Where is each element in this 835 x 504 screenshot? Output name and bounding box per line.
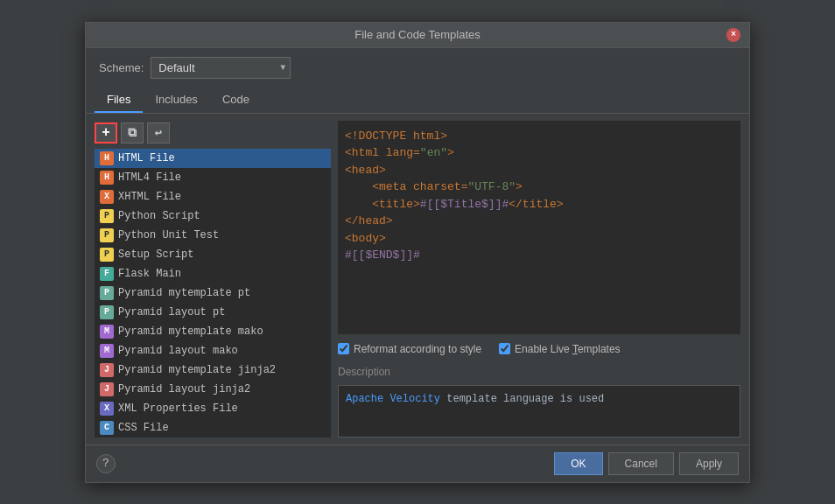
- pyramid-layout-jinja2-icon: J: [100, 382, 114, 396]
- add-template-button[interactable]: +: [95, 122, 117, 144]
- list-item[interactable]: M Pyramid mytemplate mako: [95, 322, 331, 341]
- flask-main-icon: F: [100, 267, 114, 281]
- live-templates-label: Enable Live Templates: [515, 343, 621, 355]
- list-item-label: Pyramid mytemplate pt: [118, 287, 250, 299]
- list-item[interactable]: J Pyramid mytemplate jinja2: [95, 360, 331, 380]
- pyramid-layout-pt-icon: P: [100, 305, 114, 319]
- tabs-row: Files Includes Code: [86, 88, 749, 114]
- undo-button[interactable]: ↩: [147, 122, 170, 144]
- file-code-templates-dialog: File and Code Templates × Scheme: Defaul…: [85, 22, 750, 483]
- content-area: + ⧉ ↩ H HTML File H HTML4 File X XHTML F…: [86, 114, 749, 444]
- cancel-button[interactable]: Cancel: [608, 452, 674, 475]
- description-highlight: Apache Velocity: [346, 393, 440, 405]
- html-file-icon: H: [100, 151, 114, 165]
- python-script-icon: P: [100, 209, 114, 223]
- scheme-dropdown-wrapper: Default Project ▼: [151, 57, 291, 79]
- list-item[interactable]: P Setup Script: [95, 245, 331, 264]
- apply-button[interactable]: Apply: [679, 452, 739, 475]
- tab-includes[interactable]: Includes: [143, 88, 209, 113]
- list-item-label: Pyramid mytemplate mako: [118, 326, 263, 338]
- xml-properties-icon: X: [100, 402, 114, 416]
- button-group: OK Cancel Apply: [554, 452, 739, 475]
- toolbar: + ⧉ ↩: [95, 121, 331, 145]
- list-item[interactable]: C CSS File: [95, 418, 331, 438]
- live-templates-checkbox[interactable]: [499, 343, 510, 354]
- options-row: Reformat according to style Enable Live …: [338, 340, 740, 359]
- list-item-label: XML Properties File: [118, 402, 238, 415]
- title-bar: File and Code Templates ×: [86, 23, 749, 48]
- list-item[interactable]: P Pyramid layout pt: [95, 303, 331, 322]
- list-item-label: CSS File: [118, 422, 169, 434]
- list-item[interactable]: H HTML File: [95, 149, 331, 168]
- pyramid-mako-icon: M: [100, 325, 114, 339]
- list-item[interactable]: X XHTML File: [95, 187, 331, 206]
- list-item[interactable]: P Python Unit Test: [95, 226, 331, 245]
- code-editor[interactable]: <!DOCTYPE html> <html lang="en"> <head> …: [338, 121, 740, 334]
- list-item-label: Pyramid layout mako: [118, 345, 238, 357]
- list-item-label: Pyramid layout jinja2: [118, 383, 250, 396]
- code-line: <html lang="en">: [345, 144, 733, 162]
- css-file-icon: C: [100, 421, 114, 435]
- pyramid-pt-icon: P: [100, 286, 114, 300]
- description-text: template language is used: [440, 393, 604, 405]
- file-list: H HTML File H HTML4 File X XHTML File P …: [95, 149, 331, 438]
- list-item-label: HTML4 File: [118, 172, 181, 184]
- code-line: <meta charset="UTF-8">: [345, 178, 733, 196]
- xhtml-file-icon: X: [100, 190, 114, 204]
- list-item[interactable]: X XML Properties File: [95, 399, 331, 418]
- code-line: <title>#[[$Title$]]#</title>: [345, 196, 733, 214]
- bottom-bar: ? OK Cancel Apply: [86, 444, 749, 482]
- list-item[interactable]: H HTML4 File: [95, 168, 331, 187]
- pyramid-jinja2-icon: J: [100, 363, 114, 377]
- list-item-label: HTML File: [118, 152, 175, 164]
- setup-script-icon: P: [100, 248, 114, 262]
- description-label: Description: [338, 364, 740, 380]
- left-panel: + ⧉ ↩ H HTML File H HTML4 File X XHTML F…: [95, 121, 331, 438]
- reformat-checkbox[interactable]: [338, 343, 349, 354]
- description-box: Apache Velocity template language is use…: [338, 385, 740, 438]
- copy-template-button[interactable]: ⧉: [121, 122, 144, 144]
- list-item[interactable]: P Python Script: [95, 206, 331, 226]
- tab-files[interactable]: Files: [95, 88, 143, 113]
- code-line: <!DOCTYPE html>: [345, 128, 733, 145]
- list-item[interactable]: J Pyramid layout jinja2: [95, 380, 331, 399]
- list-item-label: Pyramid mytemplate jinja2: [118, 364, 276, 376]
- code-line: #[[$END$]]#: [345, 247, 733, 264]
- list-item-label: Python Unit Test: [118, 229, 219, 242]
- ok-button[interactable]: OK: [554, 452, 602, 475]
- scheme-select[interactable]: Default Project: [151, 57, 291, 79]
- list-item-label: XHTML File: [118, 191, 181, 203]
- pyramid-layout-mako-icon: M: [100, 344, 114, 358]
- list-item-label: Flask Main: [118, 268, 181, 280]
- scheme-label: Scheme:: [99, 61, 144, 74]
- tab-code[interactable]: Code: [210, 88, 262, 113]
- list-item-label: Python Script: [118, 210, 200, 222]
- list-item-label: Pyramid layout pt: [118, 306, 225, 318]
- code-line: </head>: [345, 213, 733, 230]
- list-item-label: Setup Script: [118, 248, 193, 261]
- reformat-label: Reformat according to style: [354, 343, 481, 355]
- live-templates-checkbox-label[interactable]: Enable Live Templates: [499, 343, 621, 355]
- python-unit-icon: P: [100, 228, 114, 242]
- help-button[interactable]: ?: [96, 454, 116, 473]
- list-item[interactable]: F Flask Main: [95, 264, 331, 284]
- reformat-checkbox-label[interactable]: Reformat according to style: [338, 343, 481, 355]
- code-line: <body>: [345, 230, 733, 248]
- close-button[interactable]: ×: [726, 28, 740, 42]
- html4-file-icon: H: [100, 171, 114, 185]
- dialog-title: File and Code Templates: [109, 28, 726, 41]
- list-item[interactable]: P Pyramid mytemplate pt: [95, 284, 331, 303]
- code-line: <head>: [345, 162, 733, 179]
- right-panel: <!DOCTYPE html> <html lang="en"> <head> …: [338, 121, 740, 438]
- list-item[interactable]: M Pyramid layout mako: [95, 341, 331, 360]
- scheme-row: Scheme: Default Project ▼: [86, 48, 749, 88]
